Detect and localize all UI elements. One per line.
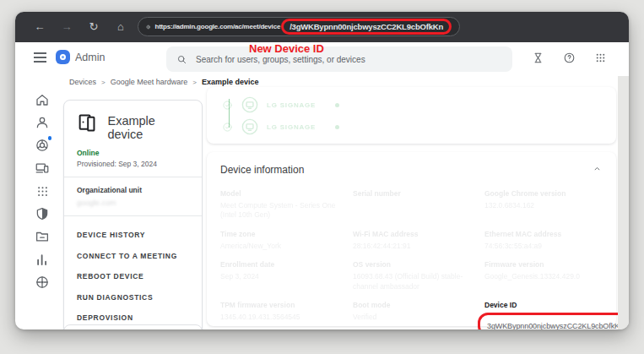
scrollbar-track[interactable]: [618, 76, 629, 329]
divider: [64, 177, 202, 177]
check-circle-icon: [222, 122, 233, 133]
device-status-badge: Online: [77, 149, 189, 157]
display-device-icon: [241, 117, 259, 136]
breadcrumb: Devices > Google Meet hardware > Example…: [69, 78, 258, 86]
action-run-diagnostics[interactable]: RUN DIAGNOSTICS: [77, 287, 189, 308]
info-field-model: ModelMeet Compute System - Series One (I…: [220, 189, 353, 221]
devices-icon[interactable]: [35, 161, 50, 176]
breadcrumb-separator: >: [192, 79, 197, 86]
status-dot: [335, 103, 339, 107]
info-field-chrome-version: Google Chrome version132.0.6834.162: [484, 189, 629, 221]
section-title: Device information: [220, 164, 603, 176]
peripheral-label: LG SIGNAGE: [267, 123, 316, 131]
apps-icon[interactable]: [35, 183, 50, 199]
reload-icon[interactable]: ↻: [86, 19, 101, 35]
info-field-device-id: Device ID 3gWKBypnn00njcbwyszCC2KL9cbOfk…: [484, 301, 629, 329]
nav-rail: [28, 92, 57, 290]
meet-device-logo-icon: [77, 112, 98, 134]
next-card-partial: [63, 324, 203, 329]
info-field-enrollment-date: Enrollment dateSep 3, 2024: [220, 260, 353, 291]
check-circle-icon: [222, 100, 233, 111]
status-dot: [335, 125, 339, 129]
device-summary-card: Example device Online Provisioned: Sep 3…: [63, 100, 203, 329]
action-connect-to-meeting[interactable]: CONNECT TO A MEETING: [77, 246, 189, 267]
peripheral-label: LG SIGNAGE: [267, 101, 316, 109]
notification-dot: [48, 136, 52, 140]
org-unit-value: google.com: [77, 199, 189, 207]
info-field-firmware-version: Firmware versionGoogle_Genesis.13324.429…: [484, 260, 629, 291]
collapse-chevron-icon[interactable]: [592, 162, 603, 177]
device-id-value: 3gWKBypnn00njcbwyszCC2KL9cbOfkKn: [487, 322, 624, 329]
url-base-text: https://admin.google.com/ac/meet/device: [154, 23, 280, 30]
users-icon[interactable]: [35, 115, 50, 130]
action-device-history[interactable]: DEVICE HISTORY: [77, 225, 189, 246]
peripheral-row[interactable]: LG SIGNAGE: [222, 94, 616, 116]
back-icon[interactable]: ←: [32, 19, 47, 35]
url-device-id-text: /3gWKBypnn00njcbwyszCC2KL9cbOfkKn: [290, 22, 443, 31]
info-field-boot-mode: Boot modeVerified: [353, 301, 484, 329]
network-icon[interactable]: [35, 275, 50, 290]
breadcrumb-separator: >: [101, 79, 106, 86]
forward-icon[interactable]: →: [59, 19, 74, 35]
info-field-serial-number: Serial number: [353, 189, 484, 221]
info-field-ethernet-mac: Ethernet MAC address74:56:3c:55:a4:a9: [484, 230, 629, 251]
security-shield-icon[interactable]: [35, 206, 50, 221]
info-field-tpm-version: TPM firmware version1345.40.19.431.35645…: [220, 301, 353, 329]
peripheral-row[interactable]: LG SIGNAGE: [222, 116, 616, 138]
divider: [64, 215, 202, 216]
admin-app-header: Admin: [15, 42, 629, 74]
breadcrumb-meet-hardware[interactable]: Google Meet hardware: [111, 78, 188, 86]
breadcrumb-current-page: Example device: [202, 78, 259, 86]
breadcrumb-devices[interactable]: Devices: [69, 78, 96, 86]
device-name: Example device: [107, 112, 189, 141]
product-name: Admin: [75, 52, 105, 63]
action-reboot-device[interactable]: REBOOT DEVICE: [77, 266, 189, 287]
url-device-id-highlight: /3gWKBypnn00njcbwyszCC2KL9cbOfkKn: [281, 19, 452, 35]
chrome-browser-icon[interactable]: [35, 138, 50, 153]
device-info-grid: ModelMeet Compute System - Series One (I…: [220, 189, 603, 329]
search-input[interactable]: [196, 55, 502, 64]
address-bar[interactable]: https://admin.google.com/ac/meet/device …: [138, 17, 460, 36]
peripherals-card: LG SIGNAGE LG SIGNAGE: [207, 87, 616, 144]
help-icon[interactable]: [560, 49, 577, 66]
pending-tasks-icon[interactable]: [529, 49, 546, 66]
org-unit-label: Organizational unit: [77, 186, 189, 194]
device-id-highlight: 3gWKBypnn00njcbwyszCC2KL9cbOfkKn: [478, 313, 629, 329]
device-information-card: Device information ModelMeet Compute Sys…: [207, 152, 616, 326]
menu-icon[interactable]: [34, 52, 46, 63]
info-field-time-zone: Time zoneAmerica/New_York: [220, 230, 353, 251]
reporting-chart-icon[interactable]: [35, 252, 50, 267]
search-icon: [176, 54, 187, 65]
admin-logo-icon[interactable]: [56, 50, 70, 64]
browser-home-icon[interactable]: ⌂: [113, 19, 128, 35]
display-device-icon: [241, 95, 259, 114]
url-annotation-label: New Device ID: [249, 42, 324, 55]
browser-window: ← → ↻ ⌂ https://admin.google.com/ac/meet…: [15, 12, 629, 329]
home-icon[interactable]: [35, 92, 50, 107]
device-id-label: Device ID: [484, 301, 629, 309]
provisioned-date: Provisioned: Sep 3, 2024: [77, 160, 189, 168]
info-field-wifi-mac: Wi-Fi MAC address28:16:42:44:21:91: [353, 230, 484, 251]
info-field-os-version: OS version16093.68.43 (Official Build) s…: [353, 260, 484, 291]
directory-folder-icon[interactable]: [35, 229, 50, 244]
browser-toolbar: ← → ↻ ⌂ https://admin.google.com/ac/meet…: [15, 12, 629, 42]
site-info-icon[interactable]: [146, 23, 150, 31]
search-bar[interactable]: [166, 46, 512, 72]
header-actions: [529, 49, 609, 66]
apps-grid-icon[interactable]: [592, 49, 609, 66]
